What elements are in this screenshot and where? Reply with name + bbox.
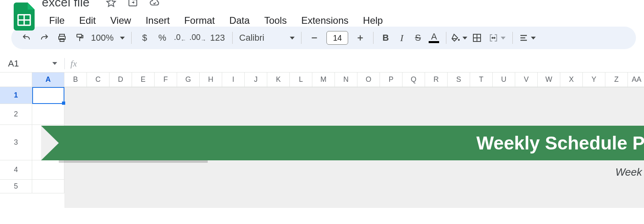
decrease-decimal-button[interactable]: .0← <box>171 29 189 47</box>
menu-insert[interactable]: Insert <box>138 12 177 29</box>
menu-help[interactable]: Help <box>356 12 390 29</box>
column-header[interactable]: C <box>87 73 109 87</box>
chevron-down-icon <box>531 37 536 39</box>
font-name: Calibri <box>239 33 264 43</box>
font-size-input[interactable]: 14 <box>326 31 348 45</box>
menu-format[interactable]: Format <box>177 12 222 29</box>
column-header[interactable]: F <box>155 73 177 87</box>
title-banner: Weekly Schedule Planner <box>41 126 644 160</box>
separator <box>373 32 374 44</box>
column-header[interactable]: S <box>448 73 470 87</box>
column-header[interactable]: W <box>538 73 560 87</box>
increase-font-size-button[interactable] <box>351 29 369 47</box>
column-header[interactable]: A <box>32 73 64 87</box>
column-header[interactable]: AA <box>628 73 644 87</box>
chevron-down-icon <box>52 62 57 65</box>
percent-button[interactable]: % <box>153 29 171 47</box>
cloud-status-icon[interactable] <box>149 0 160 8</box>
svg-point-10 <box>458 39 460 41</box>
paint-format-button[interactable] <box>71 29 89 47</box>
column-header[interactable]: R <box>425 73 448 87</box>
week-of-line: Week of: 7/17/2023 <box>615 166 644 178</box>
column-header[interactable]: K <box>267 73 290 87</box>
column-header[interactable]: O <box>357 73 380 87</box>
banner-shadow <box>59 160 208 163</box>
sheet-canvas[interactable]: Weekly Schedule Planner Week of: 7/17/20… <box>32 87 644 193</box>
separator <box>446 32 446 44</box>
column-header[interactable]: Y <box>583 73 605 87</box>
redo-button[interactable] <box>35 29 53 47</box>
column-header[interactable]: Q <box>402 73 425 87</box>
separator <box>232 32 233 44</box>
separator <box>512 32 513 44</box>
fill-color-button[interactable] <box>450 30 468 46</box>
chevron-down-icon <box>290 37 295 39</box>
sheets-logo[interactable] <box>14 2 35 31</box>
week-of-label: Week of: <box>615 166 644 178</box>
column-header[interactable]: H <box>200 73 222 87</box>
column-header[interactable]: X <box>560 73 583 87</box>
column-header[interactable]: T <box>470 73 493 87</box>
horizontal-align-button[interactable] <box>517 29 538 47</box>
row-header-column: 1 2 3 4 5 <box>0 87 32 193</box>
column-header[interactable]: D <box>109 73 132 87</box>
increase-decimal-button[interactable]: .00→ <box>189 29 206 47</box>
column-header[interactable]: L <box>290 73 312 87</box>
column-header[interactable]: Z <box>605 73 628 87</box>
borders-button[interactable] <box>468 29 486 47</box>
row-header[interactable]: 1 <box>0 87 32 104</box>
font-family-dropdown[interactable]: Calibri <box>237 33 297 43</box>
row-header[interactable]: 4 <box>0 160 32 180</box>
column-header[interactable]: V <box>515 73 538 87</box>
menu-file[interactable]: File <box>42 12 72 29</box>
banner-title: Weekly Schedule Planner <box>477 132 644 154</box>
document-title[interactable]: excel file <box>42 0 90 9</box>
merge-cells-button[interactable] <box>486 29 508 47</box>
menu-extensions[interactable]: Extensions <box>294 12 355 29</box>
number-format-dropdown[interactable]: 123 <box>206 29 228 47</box>
separator <box>301 32 301 44</box>
menu-data[interactable]: Data <box>222 12 257 29</box>
bold-button[interactable]: B <box>378 30 394 46</box>
cell-reference: A1 <box>8 58 19 69</box>
row-header[interactable]: 3 <box>0 125 32 160</box>
decrease-font-size-button[interactable] <box>305 29 323 47</box>
row-header[interactable]: 2 <box>0 104 32 125</box>
menu-view[interactable]: View <box>103 12 138 29</box>
menu-tools[interactable]: Tools <box>257 12 294 29</box>
column-header-row: A B C D E F G H I J K L M N O P Q R S T … <box>0 73 644 87</box>
name-box[interactable]: A1 <box>0 55 64 72</box>
chevron-down-icon <box>501 37 506 39</box>
zoom-dropdown[interactable]: 100% <box>89 33 127 43</box>
move-to-folder-icon[interactable] <box>128 0 138 8</box>
separator <box>131 32 132 44</box>
chevron-down-icon <box>462 37 467 39</box>
print-button[interactable] <box>53 29 71 47</box>
column-header[interactable]: M <box>312 73 335 87</box>
column-header[interactable]: P <box>380 73 402 87</box>
column-header[interactable]: N <box>335 73 357 87</box>
zoom-value: 100% <box>91 33 114 43</box>
column-header[interactable]: J <box>245 73 267 87</box>
strikethrough-button[interactable]: S <box>410 30 426 46</box>
column-header[interactable]: U <box>493 73 515 87</box>
column-header[interactable]: I <box>222 73 245 87</box>
currency-button[interactable]: $ <box>136 29 153 47</box>
column-header[interactable]: G <box>177 73 200 87</box>
chevron-down-icon <box>120 37 125 39</box>
column-header[interactable]: E <box>132 73 155 87</box>
active-cell[interactable] <box>32 87 64 104</box>
text-color-button[interactable]: A <box>426 33 442 43</box>
select-all-corner[interactable] <box>0 73 32 87</box>
formula-bar-input[interactable] <box>83 55 644 72</box>
star-icon[interactable] <box>106 0 116 8</box>
column-header[interactable]: B <box>64 73 87 87</box>
italic-button[interactable]: I <box>394 30 410 46</box>
undo-button[interactable] <box>18 29 35 47</box>
row-header[interactable]: 5 <box>0 180 32 193</box>
svg-rect-6 <box>77 34 82 37</box>
fx-icon: fx <box>65 58 83 69</box>
menu-edit[interactable]: Edit <box>72 12 103 29</box>
toolbar: 100% $ % .0← .00→ 123 Calibri 14 B I S A <box>11 27 636 49</box>
